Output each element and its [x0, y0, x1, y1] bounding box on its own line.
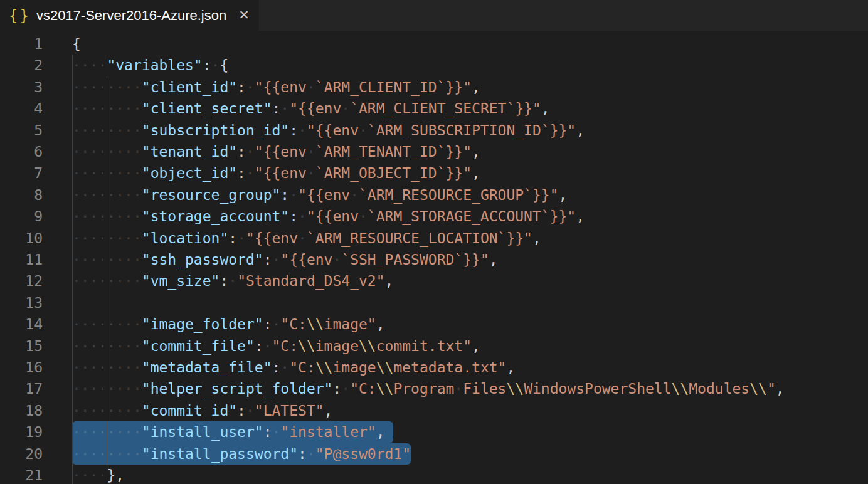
code-line-text: ········"commit_id":·"LATEST",	[72, 400, 332, 421]
code-line[interactable]: 1{	[0, 33, 868, 55]
code-line[interactable]: 14········"image_folder":·"C:\\image",	[0, 313, 868, 335]
tab-bar: {} vs2017-Server2016-Azure.json ✕	[0, 0, 868, 31]
line-number: 14	[0, 313, 43, 335]
code-line-text: ········"object_id":·"{{env·`ARM_OBJECT_…	[72, 162, 480, 184]
code-line-text: ········"metadata_file":·"C:\\image\\met…	[72, 357, 515, 378]
code-line[interactable]: 10········"location":·"{{env·`ARM_RESOUR…	[0, 228, 868, 249]
code-line[interactable]: 20········"install_password":·"P@ssw0rd1…	[0, 443, 868, 465]
code-line[interactable]: 4········"client_secret":·"{{env·`ARM_CL…	[0, 98, 868, 119]
code-line[interactable]: 19········"install_user":·"installer",	[0, 421, 868, 443]
code-line[interactable]: 7········"object_id":·"{{env·`ARM_OBJECT…	[0, 162, 868, 184]
line-number: 16	[0, 357, 43, 378]
code-line[interactable]: 17········"helper_script_folder":·"C:\\P…	[0, 378, 868, 399]
json-file-icon: {}	[9, 8, 31, 23]
tab-title: vs2017-Server2016-Azure.json	[36, 8, 226, 24]
line-number: 1	[0, 33, 43, 55]
code-line[interactable]: 21····},	[0, 465, 868, 484]
code-line-text: ········"tenant_id":·"{{env·`ARM_TENANT_…	[72, 141, 480, 162]
tab-close-icon[interactable]: ✕	[238, 9, 250, 22]
line-number: 8	[0, 184, 43, 206]
line-number: 10	[0, 228, 43, 249]
code-line[interactable]: 6········"tenant_id":·"{{env·`ARM_TENANT…	[0, 141, 868, 162]
line-number: 21	[0, 465, 43, 484]
code-line[interactable]: 5········"subscription_id":·"{{env·`ARM_…	[0, 120, 868, 141]
code-line-text: ····"variables":·{	[72, 55, 228, 76]
code-editor[interactable]: 1{2····"variables":·{3········"client_id…	[0, 31, 868, 484]
code-line-text: ········"image_folder":·"C:\\image",	[72, 313, 385, 335]
code-line-text: ········"ssh_password":·"{{env·`SSH_PASS…	[72, 249, 498, 270]
code-line-text: ········"vm_size":·"Standard_DS4_v2",	[72, 270, 393, 292]
code-line[interactable]: 11········"ssh_password":·"{{env·`SSH_PA…	[0, 249, 868, 270]
line-number: 18	[0, 400, 43, 421]
code-line-text: ········"commit_file":·"C:\\image\\commi…	[72, 335, 480, 357]
code-line-text: ········"install_user":·"installer",	[72, 421, 385, 443]
line-number: 11	[0, 249, 43, 270]
code-line-text: ········"subscription_id":·"{{env·`ARM_S…	[72, 120, 585, 141]
line-number: 20	[0, 443, 43, 465]
line-number: 13	[0, 292, 43, 313]
tab-vs2017-server2016-azure-json[interactable]: {} vs2017-Server2016-Azure.json ✕	[0, 0, 259, 31]
line-number: 7	[0, 162, 43, 184]
code-line[interactable]: 18········"commit_id":·"LATEST",	[0, 400, 868, 421]
code-line[interactable]: 3········"client_id":·"{{env·`ARM_CLIENT…	[0, 76, 868, 98]
code-line[interactable]: 12········"vm_size":·"Standard_DS4_v2",	[0, 270, 868, 292]
code-line-text: ········"client_id":·"{{env·`ARM_CLIENT_…	[72, 76, 480, 98]
code-line[interactable]: 8········"resource_group":·"{{env·`ARM_R…	[0, 184, 868, 206]
code-line-text: {	[72, 33, 81, 55]
line-number: 9	[0, 206, 43, 227]
code-line[interactable]: 16········"metadata_file":·"C:\\image\\m…	[0, 357, 868, 378]
code-line-text: ········"client_secret":·"{{env·`ARM_CLI…	[72, 98, 550, 119]
code-line-text: ········"storage_account":·"{{env·`ARM_S…	[72, 206, 585, 227]
code-line[interactable]: 15········"commit_file":·"C:\\image\\com…	[0, 335, 868, 357]
code-line[interactable]: 2····"variables":·{	[0, 55, 868, 76]
line-number: 3	[0, 76, 43, 98]
line-number: 17	[0, 378, 43, 399]
line-number: 2	[0, 55, 43, 76]
code-line[interactable]: 9········"storage_account":·"{{env·`ARM_…	[0, 206, 868, 227]
line-number: 5	[0, 120, 43, 141]
code-line-text: ········"resource_group":·"{{env·`ARM_RE…	[72, 184, 567, 206]
line-number: 4	[0, 98, 43, 119]
line-number: 19	[0, 421, 43, 443]
code-line-text: ········"install_password":·"P@ssw0rd1"	[72, 443, 411, 465]
code-line[interactable]: 13	[0, 292, 868, 313]
code-line-text: ········"helper_script_folder":·"C:\\Pro…	[72, 378, 785, 399]
code-line-text: ····},	[72, 465, 124, 484]
line-number: 12	[0, 270, 43, 292]
code-line-text: ········"location":·"{{env·`ARM_RESOURCE…	[72, 228, 541, 249]
line-number: 15	[0, 335, 43, 357]
line-number: 6	[0, 141, 43, 162]
